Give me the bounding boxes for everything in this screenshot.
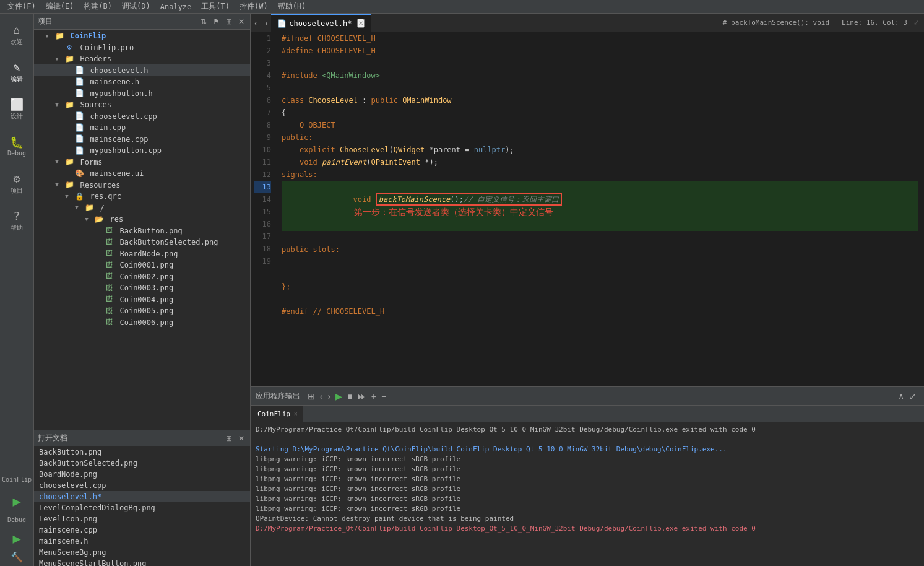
- main-layout: ⌂ 欢迎 ✎ 编辑 ⬜ 设计 🐛 Debug ⚙ 项目 ? 帮助 CoinFli…: [0, 14, 924, 566]
- mainscene-h-label: mainscene.h: [90, 77, 139, 86]
- sidebar-label-project: 项目: [11, 186, 23, 195]
- output-minus-btn[interactable]: −: [379, 391, 389, 401]
- output-tab-close[interactable]: ✕: [294, 411, 297, 417]
- doc-mainscene-h[interactable]: mainscene.h: [34, 536, 250, 547]
- output-clear-btn[interactable]: ⊞: [305, 391, 317, 401]
- menu-debug[interactable]: 调试(D): [117, 1, 155, 12]
- run-icon: ▶: [12, 494, 20, 509]
- tree-root[interactable]: ▼ 📁 CoinFlip: [34, 30, 250, 41]
- tree-coinflip-pro[interactable]: ⚙ CoinFlip.pro: [34, 41, 250, 53]
- tree-chooselevel-h[interactable]: 📄 chooselevel.h: [34, 64, 250, 76]
- tab-back-btn[interactable]: ‹: [251, 18, 261, 28]
- c6-icon: 🖼: [104, 318, 114, 326]
- code-editor[interactable]: #ifndef CHOOSELEVEL_H #define CHOOSELEVE…: [275, 32, 924, 386]
- tree-slash-folder[interactable]: ▼ 📁 /: [34, 202, 250, 214]
- doc-backbuttonselected[interactable]: BackButtonSelected.png: [34, 458, 250, 469]
- doc-chooselevel-h[interactable]: chooselevel.h*: [34, 491, 250, 502]
- tree-res-qrc[interactable]: ▼ 🔒 res.qrc: [34, 190, 250, 202]
- forms-folder-icon: 📁: [64, 157, 74, 166]
- project-tree-title: 项目: [38, 16, 53, 27]
- tree-chooselevel-cpp[interactable]: 📄 chooselevel.cpp: [34, 110, 250, 122]
- output-up-btn[interactable]: ∧: [896, 391, 907, 401]
- doc-mainscene-cpp[interactable]: mainscene.cpp: [34, 525, 250, 536]
- tree-mainscene-ui[interactable]: 🎨 mainscene.ui: [34, 167, 250, 179]
- mainscene-cpp-label: mainscene.cpp: [90, 134, 148, 143]
- tree-mypushbutton-h[interactable]: 📄 mypushbutton.h: [34, 87, 250, 99]
- welcome-icon: ⌂: [14, 24, 20, 37]
- editor-tab-bar: ‹ › 📄 chooselevel.h* ✕ # backToMainScenc…: [251, 14, 924, 32]
- tree-coin0001-png[interactable]: 🖼 Coin0001.png: [34, 259, 250, 271]
- sidebar-item-project[interactable]: ⚙ 项目: [1, 165, 32, 202]
- output-prev-btn[interactable]: ‹: [317, 391, 326, 401]
- tree-res-subfolder[interactable]: ▼ 📂 res: [34, 213, 250, 225]
- tree-backbuttonselected-png[interactable]: 🖼 BackButtonSelected.png: [34, 236, 250, 248]
- tree-coin0003-png[interactable]: 🖼 Coin0003.png: [34, 282, 250, 294]
- menu-controls[interactable]: 控件(W): [235, 1, 273, 12]
- sidebar-item-design[interactable]: ⬜ 设计: [1, 90, 32, 128]
- open-docs-close-btn[interactable]: ✕: [236, 433, 246, 443]
- editor-area: 12345 678910 111213 141516171819 #ifndef…: [251, 32, 924, 386]
- tree-filter-btn[interactable]: ⚑: [211, 17, 222, 27]
- sidebar-item-edit[interactable]: ✎ 编辑: [1, 53, 32, 90]
- tree-boardnode-png[interactable]: 🖼 BoardNode.png: [34, 248, 250, 259]
- doc-menuscenestartbutton[interactable]: MenuSceneStartButton.png: [34, 558, 250, 566]
- tree-mainscene-cpp[interactable]: 📄 mainscene.cpp: [34, 133, 250, 145]
- tree-coin0002-png[interactable]: 🖼 Coin0002.png: [34, 271, 250, 282]
- output-stop-btn[interactable]: ■: [345, 391, 355, 401]
- bn-label: BoardNode.png: [119, 249, 178, 258]
- output-step-btn[interactable]: ⏭: [355, 391, 369, 401]
- open-docs-expand-btn[interactable]: ⊞: [224, 433, 234, 443]
- editor-tab-chooselevel-h[interactable]: 📄 chooselevel.h* ✕: [271, 14, 371, 32]
- tree-close-btn[interactable]: ✕: [236, 17, 246, 27]
- output-next-btn[interactable]: ›: [326, 391, 334, 401]
- open-docs-panel: 打开文档 ⊞ ✕ BackButton.png BackButtonSelect…: [34, 430, 250, 566]
- tree-backbutton-png[interactable]: 🖼 BackButton.png: [34, 225, 250, 237]
- sidebar-item-debug-run[interactable]: Debug: [1, 510, 32, 529]
- tree-expand-btn[interactable]: ⊞: [224, 17, 234, 27]
- tree-forms-folder[interactable]: ▼ 📁 Forms: [34, 156, 250, 168]
- sidebar-item-debug[interactable]: 🐛 Debug: [1, 128, 32, 165]
- output-tab-coinflip[interactable]: CoinFlip ✕: [251, 406, 303, 422]
- menu-tools[interactable]: 工具(T): [196, 1, 235, 12]
- run-button[interactable]: ▶: [1, 492, 32, 510]
- build-button[interactable]: 🔨: [1, 547, 32, 566]
- menu-file[interactable]: 文件(F): [2, 1, 41, 12]
- tree-mypushbutton-cpp[interactable]: 📄 mypushbutton.cpp: [34, 144, 250, 156]
- design-icon: ⬜: [10, 98, 24, 111]
- output-run-btn[interactable]: ▶: [333, 391, 345, 401]
- tree-main-cpp[interactable]: 📄 main.cpp: [34, 121, 250, 133]
- tree-coin0004-png[interactable]: 🖼 Coin0004.png: [34, 294, 250, 305]
- menu-help[interactable]: 帮助(H): [273, 1, 311, 12]
- tree-resources-folder[interactable]: ▼ 📁 Resources: [34, 179, 250, 191]
- doc-levelicon[interactable]: LevelIcon.png: [34, 513, 250, 525]
- sidebar-item-help[interactable]: ? 帮助: [1, 202, 32, 239]
- slash-folder-icon: 📁: [84, 203, 94, 212]
- tree-headers-folder[interactable]: ▼ 📁 Headers: [34, 53, 250, 64]
- doc-levelcompleted[interactable]: LevelCompletedDialogBg.png: [34, 502, 250, 513]
- tree-mainscene-h[interactable]: 📄 mainscene.h: [34, 76, 250, 87]
- tab-forward-btn[interactable]: ›: [261, 18, 272, 28]
- code-line-7: {: [282, 107, 918, 119]
- c5-icon: 🖼: [104, 307, 114, 315]
- debug-run-button[interactable]: ▶: [1, 529, 32, 547]
- output-expand-btn[interactable]: ⤢: [907, 391, 919, 401]
- doc-menuscenebg[interactable]: MenuSceneBg.png: [34, 547, 250, 558]
- menu-analyze[interactable]: Analyze: [155, 2, 197, 11]
- doc-backbutton[interactable]: BackButton.png: [34, 446, 250, 458]
- tree-coin0005-png[interactable]: 🖼 Coin0005.png: [34, 305, 250, 316]
- doc-chooselevel-cpp[interactable]: chooselevel.cpp: [34, 480, 250, 491]
- bb-label: BackButton.png: [119, 226, 182, 235]
- tree-sync-btn[interactable]: ⇅: [199, 17, 209, 27]
- doc-boardnode[interactable]: BoardNode.png: [34, 469, 250, 480]
- sidebar-item-coinflip[interactable]: CoinFlip: [1, 467, 32, 492]
- output-add-btn[interactable]: +: [369, 391, 379, 401]
- forms-label: Forms: [80, 157, 102, 166]
- menu-build[interactable]: 构建(B): [79, 1, 117, 12]
- tree-coin0006-png[interactable]: 🖼 Coin0006.png: [34, 316, 250, 328]
- tab-close-btn[interactable]: ✕: [357, 19, 365, 28]
- bbs-label: BackButtonSelected.png: [119, 238, 218, 246]
- sidebar-item-welcome[interactable]: ⌂ 欢迎: [1, 16, 32, 53]
- menu-edit[interactable]: 编辑(E): [41, 1, 79, 12]
- tree-sources-folder[interactable]: ▼ 📁 Sources: [34, 98, 250, 110]
- sidebar-label-help: 帮助: [11, 224, 23, 232]
